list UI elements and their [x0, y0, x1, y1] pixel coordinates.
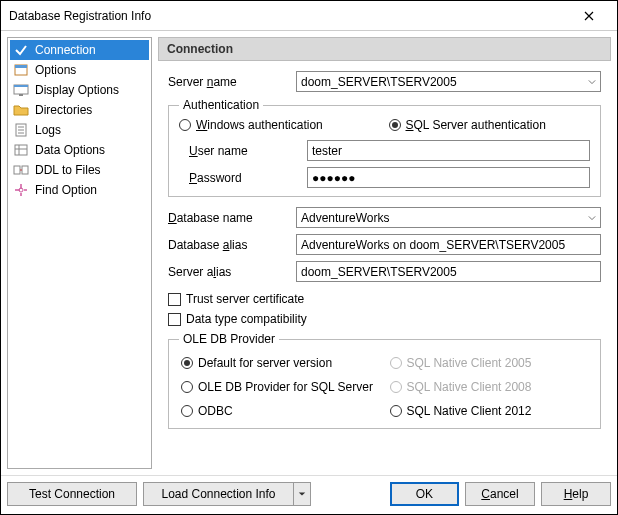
- server-alias-label: Server alias: [168, 265, 288, 279]
- radio-icon: [179, 119, 191, 131]
- provider-2012-label: SQL Native Client 2012: [407, 404, 532, 418]
- sidebar-item-directories[interactable]: Directories: [10, 100, 149, 120]
- load-connection-button[interactable]: Load Connection Info: [143, 482, 293, 506]
- sidebar-item-label: Directories: [35, 103, 92, 117]
- user-name-input[interactable]: [307, 140, 590, 161]
- auth-fieldset: Authentication Windows authentication SQ…: [168, 98, 601, 197]
- provider-2012-radio[interactable]: SQL Native Client 2012: [390, 404, 589, 418]
- radio-icon: [390, 381, 402, 393]
- provider-2008-label: SQL Native Client 2008: [407, 380, 532, 394]
- svg-rect-4: [14, 85, 28, 87]
- trust-cert-checkbox[interactable]: Trust server certificate: [168, 292, 601, 306]
- ddl-icon: [13, 162, 29, 178]
- ok-button[interactable]: OK: [390, 482, 459, 506]
- sidebar-item-label: Options: [35, 63, 76, 77]
- database-name-select[interactable]: AdventureWorks: [296, 207, 601, 228]
- provider-default-radio[interactable]: Default for server version: [181, 356, 380, 370]
- chevron-down-icon: [588, 211, 596, 225]
- database-alias-input[interactable]: [296, 234, 601, 255]
- sidebar-item-logs[interactable]: Logs: [10, 120, 149, 140]
- server-name-value: doom_SERVER\TSERV2005: [301, 75, 457, 89]
- connection-icon: [13, 42, 29, 58]
- caret-down-icon: [298, 490, 306, 498]
- sidebar: Connection Options Display Options Direc…: [7, 37, 152, 469]
- server-alias-input[interactable]: [296, 261, 601, 282]
- cancel-button[interactable]: Cancel: [465, 482, 535, 506]
- sidebar-item-ddl-to-files[interactable]: DDL to Files: [10, 160, 149, 180]
- folder-icon: [13, 102, 29, 118]
- svg-rect-14: [22, 166, 28, 174]
- windows-auth-radio[interactable]: Windows authentication: [179, 118, 381, 132]
- sql-auth-radio[interactable]: SQL Server authentication: [389, 118, 591, 132]
- radio-icon: [389, 119, 401, 131]
- close-button[interactable]: [569, 2, 609, 30]
- chevron-down-icon: [588, 75, 596, 89]
- provider-default-label: Default for server version: [198, 356, 332, 370]
- provider-oledb-label: OLE DB Provider for SQL Server: [198, 380, 373, 394]
- svg-rect-10: [15, 145, 27, 155]
- sidebar-item-display-options[interactable]: Display Options: [10, 80, 149, 100]
- sidebar-item-label: Data Options: [35, 143, 105, 157]
- sidebar-item-label: Logs: [35, 123, 61, 137]
- provider-oledb-radio[interactable]: OLE DB Provider for SQL Server: [181, 380, 380, 394]
- provider-fieldset: OLE DB Provider Default for server versi…: [168, 332, 601, 429]
- windows-auth-label: Windows authentication: [196, 118, 323, 132]
- provider-legend: OLE DB Provider: [179, 332, 279, 346]
- radio-icon: [181, 357, 193, 369]
- database-name-value: AdventureWorks: [301, 211, 389, 225]
- titlebar: Database Registration Info: [1, 1, 617, 31]
- provider-2005-radio: SQL Native Client 2005: [390, 356, 589, 370]
- panel-body: Server name doom_SERVER\TSERV2005 Authen…: [158, 61, 611, 469]
- provider-odbc-radio[interactable]: ODBC: [181, 404, 380, 418]
- radio-icon: [181, 381, 193, 393]
- main-panel: Connection Server name doom_SERVER\TSERV…: [158, 37, 611, 469]
- sidebar-item-find-option[interactable]: Find Option: [10, 180, 149, 200]
- load-connection-split-button: Load Connection Info: [143, 482, 311, 506]
- provider-2005-label: SQL Native Client 2005: [407, 356, 532, 370]
- radio-icon: [390, 405, 402, 417]
- radio-icon: [181, 405, 193, 417]
- auth-legend: Authentication: [179, 98, 263, 112]
- test-connection-button[interactable]: Test Connection: [7, 482, 137, 506]
- sidebar-item-label: Display Options: [35, 83, 119, 97]
- help-button[interactable]: Help: [541, 482, 611, 506]
- data-options-icon: [13, 142, 29, 158]
- window-title: Database Registration Info: [9, 9, 569, 23]
- provider-odbc-label: ODBC: [198, 404, 233, 418]
- find-icon: [13, 182, 29, 198]
- radio-icon: [390, 357, 402, 369]
- server-name-label: Server name: [168, 75, 288, 89]
- svg-rect-5: [19, 94, 23, 96]
- server-name-select[interactable]: doom_SERVER\TSERV2005: [296, 71, 601, 92]
- sidebar-item-connection[interactable]: Connection: [10, 40, 149, 60]
- data-type-compat-checkbox[interactable]: Data type compatibility: [168, 312, 601, 326]
- logs-icon: [13, 122, 29, 138]
- panel-title: Connection: [158, 37, 611, 61]
- database-alias-label: Database alias: [168, 238, 288, 252]
- password-input[interactable]: [307, 167, 590, 188]
- sidebar-item-label: DDL to Files: [35, 163, 101, 177]
- svg-rect-2: [15, 65, 27, 68]
- provider-2008-radio: SQL Native Client 2008: [390, 380, 589, 394]
- close-icon: [584, 11, 594, 21]
- checkbox-icon: [168, 293, 181, 306]
- data-type-compat-label: Data type compatibility: [186, 312, 307, 326]
- footer: Test Connection Load Connection Info OK …: [1, 475, 617, 514]
- options-icon: [13, 62, 29, 78]
- sidebar-item-data-options[interactable]: Data Options: [10, 140, 149, 160]
- sidebar-item-label: Connection: [35, 43, 96, 57]
- load-connection-dropdown[interactable]: [293, 482, 311, 506]
- window: Database Registration Info Connection Op…: [0, 0, 618, 515]
- display-options-icon: [13, 82, 29, 98]
- sidebar-item-label: Find Option: [35, 183, 97, 197]
- database-name-label: Database name: [168, 211, 288, 225]
- trust-cert-label: Trust server certificate: [186, 292, 304, 306]
- password-label: Password: [179, 171, 299, 185]
- svg-rect-13: [14, 166, 20, 174]
- sidebar-item-options[interactable]: Options: [10, 60, 149, 80]
- checkbox-icon: [168, 313, 181, 326]
- dialog-body: Connection Options Display Options Direc…: [1, 31, 617, 475]
- sql-auth-label: SQL Server authentication: [406, 118, 546, 132]
- user-name-label: User name: [179, 144, 299, 158]
